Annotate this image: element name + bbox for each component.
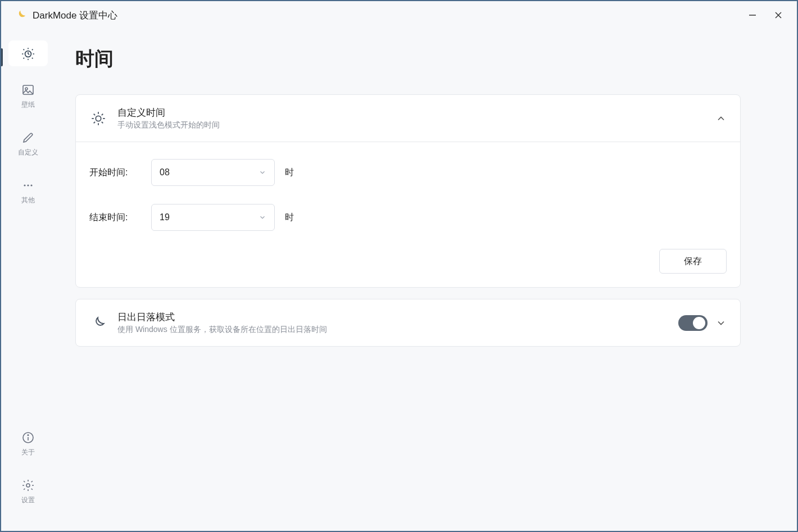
end-time-select[interactable]: 19 — [151, 204, 275, 231]
sunrise-sunset-toggle[interactable] — [678, 315, 708, 331]
minimize-button[interactable] — [740, 5, 765, 25]
start-time-row: 开始时间: 08 时 — [89, 159, 727, 186]
sidebar-item-label: 其他 — [21, 195, 35, 205]
svg-line-7 — [32, 58, 33, 59]
main-content: 时间 自定义时间 手动设置浅色模式开始的时间 开始时间: 08 — [55, 29, 797, 531]
sidebar-item-label: 壁纸 — [21, 100, 35, 110]
sunrise-sunset-card: 日出日落模式 使用 Windows 位置服务，获取设备所在位置的日出日落时间 — [75, 299, 741, 347]
card-title: 日出日落模式 — [117, 311, 678, 324]
svg-line-28 — [94, 113, 95, 115]
svg-line-11 — [32, 49, 33, 51]
chevron-down-icon — [259, 213, 266, 221]
sidebar-item-other[interactable]: 其他 — [8, 172, 48, 210]
start-time-label: 开始时间: — [89, 167, 151, 179]
gear-icon — [20, 478, 36, 493]
sun-clock-icon — [20, 46, 36, 62]
svg-point-15 — [25, 88, 28, 90]
svg-line-30 — [94, 121, 95, 122]
image-icon — [20, 82, 36, 98]
card-subtitle: 手动设置浅色模式开始的时间 — [117, 120, 708, 130]
svg-point-22 — [26, 484, 30, 487]
svg-line-13 — [28, 54, 29, 54]
sidebar-item-label: 关于 — [21, 448, 35, 457]
end-time-label: 结束时间: — [89, 212, 151, 224]
custom-time-card: 自定义时间 手动设置浅色模式开始的时间 开始时间: 08 时 — [75, 94, 741, 288]
sidebar-item-about[interactable]: 关于 — [8, 424, 48, 462]
custom-time-header[interactable]: 自定义时间 手动设置浅色模式开始的时间 — [76, 95, 740, 142]
svg-point-16 — [24, 184, 25, 186]
info-icon — [20, 430, 36, 445]
custom-time-body: 开始时间: 08 时 结束时间: 19 — [76, 142, 740, 287]
sidebar-item-wallpaper[interactable]: 壁纸 — [8, 76, 48, 114]
sidebar-item-time[interactable]: 时间 — [8, 40, 48, 66]
sunrise-sunset-header[interactable]: 日出日落模式 使用 Windows 位置服务，获取设备所在位置的日出日落时间 — [76, 299, 740, 346]
sidebar-item-label: 设置 — [21, 495, 35, 505]
svg-point-17 — [27, 184, 29, 186]
card-subtitle: 使用 Windows 位置服务，获取设备所在位置的日出日落时间 — [117, 325, 678, 335]
start-time-select[interactable]: 08 — [151, 159, 275, 186]
svg-point-23 — [96, 116, 101, 121]
start-time-unit: 时 — [285, 167, 294, 179]
pencil-icon — [20, 130, 36, 145]
svg-line-10 — [24, 58, 25, 59]
page-title: 时间 — [75, 46, 741, 72]
end-time-value: 19 — [160, 212, 259, 222]
end-time-row: 结束时间: 19 时 — [89, 204, 727, 231]
sidebar-item-custom[interactable]: 自定义 — [8, 124, 48, 162]
card-title: 自定义时间 — [117, 106, 708, 119]
sidebar-item-label: 自定义 — [18, 148, 38, 157]
chevron-up-icon — [715, 113, 727, 124]
close-button[interactable] — [765, 5, 791, 25]
sidebar-item-settings[interactable]: 设置 — [8, 472, 48, 510]
svg-line-31 — [102, 113, 103, 115]
start-time-value: 08 — [160, 167, 259, 178]
chevron-down-icon — [259, 169, 266, 176]
titlebar: DarkMode 设置中心 — [1, 1, 797, 29]
sidebar: 时间 壁纸 自定义 其他 关于 — [1, 29, 55, 531]
chevron-down-icon — [715, 317, 727, 329]
svg-point-18 — [30, 184, 32, 186]
save-button[interactable]: 保存 — [659, 249, 727, 274]
svg-line-29 — [102, 121, 103, 122]
app-title: DarkMode 设置中心 — [33, 9, 117, 22]
moon-icon — [15, 9, 27, 21]
svg-point-21 — [28, 435, 29, 436]
end-time-unit: 时 — [285, 212, 294, 224]
sun-icon — [89, 110, 107, 128]
more-icon — [20, 178, 36, 193]
moon-outline-icon — [89, 314, 107, 332]
svg-line-6 — [24, 49, 25, 51]
